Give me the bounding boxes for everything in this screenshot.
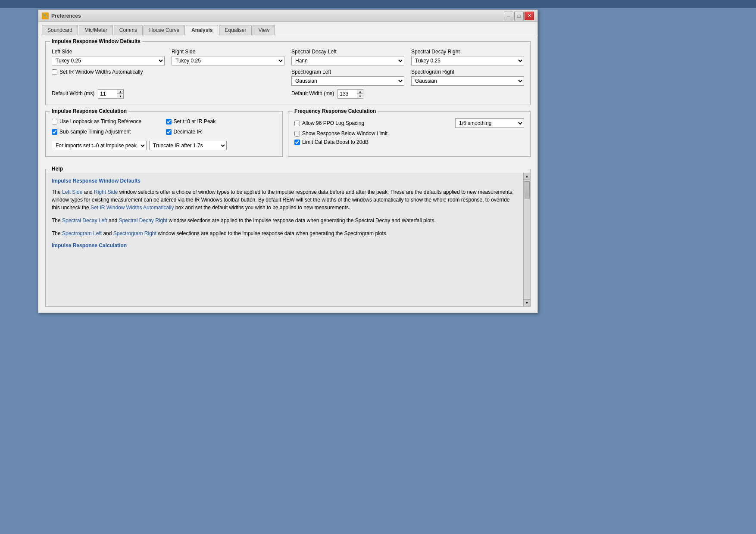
scroll-up-button[interactable]: ▲ [524,173,531,180]
fr-calc-title: Frequency Response Calculation [293,108,378,114]
default-width-left-up[interactable]: ▲ [117,90,123,94]
tab-analysis[interactable]: Analysis [186,25,218,35]
window-controls: ─ □ ✕ [504,12,534,20]
ir-calc-title: Impulse Response Calculation [50,108,128,114]
help-section: Help Impulse Response Window Defaults Th… [45,169,531,307]
imports-select[interactable]: For imports set t=0 at impulse peak For … [52,141,147,150]
tab-view[interactable]: View [253,25,275,35]
ir-window-defaults-title: Impulse Response Window Defaults [50,38,142,44]
tab-comms[interactable]: Comms [114,25,143,35]
spectrogram-left-label: Spectrogram Left [291,69,404,75]
spectral-decay-right-select[interactable]: Tukey 0.25 Tukey 0.5 Hann Rectangular Ga… [411,56,524,65]
right-side-col: Right Side Tukey 0.25 Tukey 0.5 Hann Rec… [172,49,284,65]
limit-cal-label[interactable]: Limit Cal Data Boost to 20dB [294,139,524,145]
tab-soundcard[interactable]: Soundcard [42,25,78,35]
sub-sample-text: Sub-sample Timing Adjustment [59,129,131,135]
set-t0-text: Set t=0 at IR Peak [174,118,216,124]
smoothing-select[interactable]: 1/6 smoothing 1/3 smoothing 1/2 smoothin… [455,118,524,128]
default-width-right-down[interactable]: ▼ [357,94,363,98]
taskbar [0,0,756,8]
set-ir-auto-label[interactable]: Set IR Window Widths Automatically [52,69,284,75]
show-response-label[interactable]: Show Response Below Window Limit [294,130,524,137]
window-type-labels-row: Left Side Tukey 0.25 Tukey 0.5 Hann Rect… [52,49,524,65]
tab-housecurve[interactable]: House Curve [144,25,185,35]
right-side-label: Right Side [172,49,284,55]
default-width-right-input[interactable] [337,89,357,99]
help-scroll-area: Impulse Response Window Defaults The Lef… [46,173,523,306]
set-t0-checkbox[interactable] [166,119,172,124]
show-response-text: Show Response Below Window Limit [302,130,387,137]
use-loopback-label[interactable]: Use Loopback as Timing Reference [52,118,162,124]
show-response-checkbox[interactable] [294,131,300,137]
help-link-left-side: Left Side [62,189,82,195]
left-side-label: Left Side [52,49,165,55]
spectrogram-left-col: Spectrogram Left Gaussian Tukey 0.25 Han… [291,69,404,86]
scroll-down-button[interactable]: ▼ [524,299,531,306]
sub-sample-label[interactable]: Sub-sample Timing Adjustment [52,129,162,135]
default-width-left-row: Default Width (ms) ▲ ▼ [52,89,284,99]
sub-sample-checkbox[interactable] [52,129,57,135]
default-width-right-row: Default Width (ms) ▲ ▼ [291,89,404,99]
scroll-thumb[interactable] [525,181,530,199]
close-button[interactable]: ✕ [525,12,534,20]
ir-calc-section: Impulse Response Calculation Use Loopbac… [45,111,283,157]
default-width-left-spinbox: ▲ ▼ [98,89,124,99]
content-area: Impulse Response Window Defaults Left Si… [38,35,537,313]
truncate-select[interactable]: Truncate IR after 1.7s Do not truncate I… [149,141,227,150]
default-width-left-arrows: ▲ ▼ [117,89,124,99]
preferences-dialog: 🔧 Preferences ─ □ ✕ Soundcard Mic/Meter … [38,9,538,313]
allow-96ppo-checkbox[interactable] [294,121,300,126]
default-width-right-up[interactable]: ▲ [357,90,363,94]
default-width-right-arrows: ▲ ▼ [357,89,363,99]
set-ir-auto-col: Set IR Window Widths Automatically [52,69,284,78]
help-link-spectral-left: Spectral Decay Left [62,217,107,224]
tab-micmeter[interactable]: Mic/Meter [79,25,113,35]
spectral-decay-left-select[interactable]: Hann Tukey 0.25 Tukey 0.5 Rectangular Ga… [291,56,404,65]
default-width-left-label: Default Width (ms) [52,90,94,96]
default-width-right-spinbox: ▲ ▼ [337,89,363,99]
help-para2: The Spectral Decay Left and Spectral Dec… [52,217,517,224]
fr-calc-section: Frequency Response Calculation Allow 96 … [288,111,531,157]
decimate-ir-checkbox[interactable] [166,129,172,135]
maximize-button[interactable]: □ [514,12,524,20]
spectral-decay-left-label: Spectral Decay Left [291,49,404,55]
help-link-spectrogram-right: Spectrogram Right [113,230,156,236]
decimate-ir-text: Decimate IR [174,129,202,135]
tab-bar: Soundcard Mic/Meter Comms House Curve An… [38,22,537,35]
default-width-row: Default Width (ms) ▲ ▼ Default Width (ms… [52,89,524,99]
minimize-button[interactable]: ─ [504,12,513,20]
help-content-wrap: Impulse Response Window Defaults The Lef… [46,173,530,306]
app-icon: 🔧 [42,12,49,19]
right-side-select[interactable]: Tukey 0.25 Tukey 0.5 Hann Rectangular Ga… [172,56,284,65]
ir-window-defaults-section: Impulse Response Window Defaults Left Si… [45,41,531,105]
help-scrollbar: ▲ ▼ [523,173,530,306]
spectral-decay-right-label: Spectral Decay Right [411,49,524,55]
set-t0-label[interactable]: Set t=0 at IR Peak [166,118,277,124]
tab-equaliser[interactable]: Equaliser [219,25,252,35]
left-side-select[interactable]: Tukey 0.25 Tukey 0.5 Hann Rectangular Ga… [52,56,165,65]
calc-sections-row: Impulse Response Calculation Use Loopbac… [45,111,531,163]
set-ir-auto-text: Set IR Window Widths Automatically [59,69,143,75]
default-width-left-input[interactable] [98,89,117,99]
fr-calc-content: Allow 96 PPO Log Spacing 1/6 smoothing 1… [294,118,524,145]
decimate-ir-label[interactable]: Decimate IR [166,129,277,135]
help-para3: The Spectrogram Left and Spectrogram Rig… [52,230,517,237]
set-ir-auto-checkbox[interactable] [52,69,57,75]
default-width-left-down[interactable]: ▼ [117,94,123,98]
left-side-col: Left Side Tukey 0.25 Tukey 0.5 Hann Rect… [52,49,165,65]
help-heading1: Impulse Response Window Defaults [52,178,517,184]
limit-cal-checkbox[interactable] [294,140,300,145]
scroll-track[interactable] [524,180,530,299]
spectral-decay-left-col: Spectral Decay Left Hann Tukey 0.25 Tuke… [291,49,404,65]
use-loopback-text: Use Loopback as Timing Reference [59,118,141,124]
help-title: Help [50,166,65,172]
help-link-spectrogram-left: Spectrogram Left [62,230,102,236]
allow-96ppo-row: Allow 96 PPO Log Spacing 1/6 smoothing 1… [294,118,524,128]
allow-96ppo-label[interactable]: Allow 96 PPO Log Spacing [294,120,452,126]
help-heading2: Impulse Response Calculation [52,242,517,248]
use-loopback-checkbox[interactable] [52,119,57,124]
help-link-set-ir: Set IR Window Widths Automatically [91,205,174,211]
spectrogram-right-select[interactable]: Gaussian Tukey 0.25 Hann Rectangular [411,76,524,86]
spectrogram-right-col: Spectrogram Right Gaussian Tukey 0.25 Ha… [411,69,524,86]
spectrogram-left-select[interactable]: Gaussian Tukey 0.25 Hann Rectangular [291,76,404,86]
